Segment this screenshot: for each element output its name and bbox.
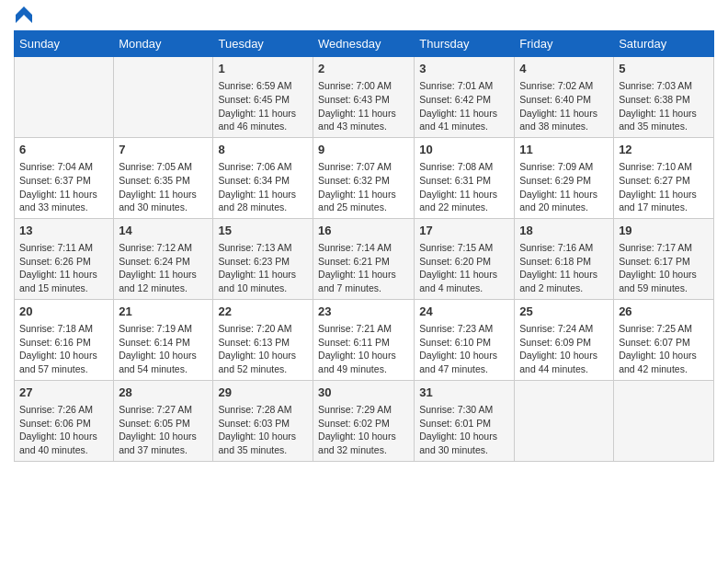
day-info: Sunrise: 7:07 AMSunset: 6:32 PMDaylight:… xyxy=(318,160,409,214)
day-number: 21 xyxy=(119,304,208,320)
week-row-5: 27Sunrise: 7:26 AMSunset: 6:06 PMDayligh… xyxy=(15,380,714,461)
day-number: 23 xyxy=(318,304,409,320)
day-number: 31 xyxy=(419,385,509,401)
calendar-cell: 29Sunrise: 7:28 AMSunset: 6:03 PMDayligh… xyxy=(213,380,313,461)
calendar-cell xyxy=(515,380,614,461)
day-info: Sunrise: 7:08 AMSunset: 6:31 PMDaylight:… xyxy=(419,160,509,214)
calendar-cell: 17Sunrise: 7:15 AMSunset: 6:20 PMDayligh… xyxy=(415,218,515,299)
weekday-header-row: SundayMondayTuesdayWednesdayThursdayFrid… xyxy=(15,31,714,57)
day-number: 24 xyxy=(419,304,509,320)
calendar-cell: 22Sunrise: 7:20 AMSunset: 6:13 PMDayligh… xyxy=(213,299,313,380)
day-number: 7 xyxy=(119,142,208,158)
day-number: 15 xyxy=(218,223,308,239)
day-number: 14 xyxy=(119,223,208,239)
day-info: Sunrise: 7:30 AMSunset: 6:01 PMDaylight:… xyxy=(419,403,509,457)
calendar-cell: 13Sunrise: 7:11 AMSunset: 6:26 PMDayligh… xyxy=(15,218,114,299)
calendar-cell: 9Sunrise: 7:07 AMSunset: 6:32 PMDaylight… xyxy=(313,137,415,218)
header xyxy=(14,9,714,23)
calendar-cell: 12Sunrise: 7:10 AMSunset: 6:27 PMDayligh… xyxy=(614,137,714,218)
week-row-4: 20Sunrise: 7:18 AMSunset: 6:16 PMDayligh… xyxy=(15,299,714,380)
day-info: Sunrise: 7:23 AMSunset: 6:10 PMDaylight:… xyxy=(419,322,509,376)
calendar-cell: 23Sunrise: 7:21 AMSunset: 6:11 PMDayligh… xyxy=(313,299,415,380)
day-number: 1 xyxy=(218,61,308,77)
day-number: 6 xyxy=(19,142,108,158)
day-info: Sunrise: 7:03 AMSunset: 6:38 PMDaylight:… xyxy=(619,79,709,133)
day-number: 8 xyxy=(218,142,308,158)
week-row-2: 6Sunrise: 7:04 AMSunset: 6:37 PMDaylight… xyxy=(15,137,714,218)
day-info: Sunrise: 7:16 AMSunset: 6:18 PMDaylight:… xyxy=(519,241,609,295)
day-info: Sunrise: 7:21 AMSunset: 6:11 PMDaylight:… xyxy=(318,322,409,376)
day-number: 19 xyxy=(619,223,709,239)
day-info: Sunrise: 7:05 AMSunset: 6:35 PMDaylight:… xyxy=(119,160,208,214)
day-number: 27 xyxy=(19,385,108,401)
calendar-cell: 15Sunrise: 7:13 AMSunset: 6:23 PMDayligh… xyxy=(213,218,313,299)
day-number: 9 xyxy=(318,142,409,158)
calendar-cell: 21Sunrise: 7:19 AMSunset: 6:14 PMDayligh… xyxy=(114,299,213,380)
page-container: SundayMondayTuesdayWednesdayThursdayFrid… xyxy=(0,0,728,476)
day-info: Sunrise: 7:17 AMSunset: 6:17 PMDaylight:… xyxy=(619,241,709,295)
day-info: Sunrise: 7:20 AMSunset: 6:13 PMDaylight:… xyxy=(218,322,308,376)
weekday-header-tuesday: Tuesday xyxy=(213,31,313,57)
day-number: 28 xyxy=(119,385,208,401)
day-number: 2 xyxy=(318,61,409,77)
svg-marker-0 xyxy=(16,6,32,23)
day-info: Sunrise: 7:02 AMSunset: 6:40 PMDaylight:… xyxy=(519,79,609,133)
calendar-cell: 5Sunrise: 7:03 AMSunset: 6:38 PMDaylight… xyxy=(614,57,714,138)
calendar-cell: 2Sunrise: 7:00 AMSunset: 6:43 PMDaylight… xyxy=(313,57,415,138)
calendar-cell: 26Sunrise: 7:25 AMSunset: 6:07 PMDayligh… xyxy=(614,299,714,380)
day-info: Sunrise: 7:14 AMSunset: 6:21 PMDaylight:… xyxy=(318,241,409,295)
day-info: Sunrise: 7:24 AMSunset: 6:09 PMDaylight:… xyxy=(519,322,609,376)
day-number: 16 xyxy=(318,223,409,239)
day-info: Sunrise: 7:13 AMSunset: 6:23 PMDaylight:… xyxy=(218,241,308,295)
day-number: 11 xyxy=(519,142,609,158)
day-info: Sunrise: 7:19 AMSunset: 6:14 PMDaylight:… xyxy=(119,322,208,376)
calendar-cell: 25Sunrise: 7:24 AMSunset: 6:09 PMDayligh… xyxy=(515,299,614,380)
day-number: 3 xyxy=(419,61,509,77)
calendar-cell: 10Sunrise: 7:08 AMSunset: 6:31 PMDayligh… xyxy=(415,137,515,218)
calendar-cell: 24Sunrise: 7:23 AMSunset: 6:10 PMDayligh… xyxy=(415,299,515,380)
day-info: Sunrise: 7:06 AMSunset: 6:34 PMDaylight:… xyxy=(218,160,308,214)
day-info: Sunrise: 7:27 AMSunset: 6:05 PMDaylight:… xyxy=(119,403,208,457)
day-number: 22 xyxy=(218,304,308,320)
day-info: Sunrise: 7:09 AMSunset: 6:29 PMDaylight:… xyxy=(519,160,609,214)
day-info: Sunrise: 7:29 AMSunset: 6:02 PMDaylight:… xyxy=(318,403,409,457)
day-info: Sunrise: 7:28 AMSunset: 6:03 PMDaylight:… xyxy=(218,403,308,457)
day-info: Sunrise: 7:15 AMSunset: 6:20 PMDaylight:… xyxy=(419,241,509,295)
day-number: 13 xyxy=(19,223,108,239)
calendar-cell: 1Sunrise: 6:59 AMSunset: 6:45 PMDaylight… xyxy=(213,57,313,138)
day-info: Sunrise: 7:26 AMSunset: 6:06 PMDaylight:… xyxy=(19,403,108,457)
calendar-cell xyxy=(114,57,213,138)
day-number: 12 xyxy=(619,142,709,158)
calendar-cell: 20Sunrise: 7:18 AMSunset: 6:16 PMDayligh… xyxy=(15,299,114,380)
calendar-cell: 30Sunrise: 7:29 AMSunset: 6:02 PMDayligh… xyxy=(313,380,415,461)
weekday-header-friday: Friday xyxy=(515,31,614,57)
day-number: 26 xyxy=(619,304,709,320)
day-info: Sunrise: 7:11 AMSunset: 6:26 PMDaylight:… xyxy=(19,241,108,295)
day-number: 10 xyxy=(419,142,509,158)
calendar-cell: 11Sunrise: 7:09 AMSunset: 6:29 PMDayligh… xyxy=(515,137,614,218)
day-number: 5 xyxy=(619,61,709,77)
day-number: 18 xyxy=(519,223,609,239)
week-row-3: 13Sunrise: 7:11 AMSunset: 6:26 PMDayligh… xyxy=(15,218,714,299)
calendar-cell: 8Sunrise: 7:06 AMSunset: 6:34 PMDaylight… xyxy=(213,137,313,218)
weekday-header-saturday: Saturday xyxy=(614,31,714,57)
calendar-cell: 6Sunrise: 7:04 AMSunset: 6:37 PMDaylight… xyxy=(15,137,114,218)
day-info: Sunrise: 7:00 AMSunset: 6:43 PMDaylight:… xyxy=(318,79,409,133)
calendar-cell: 7Sunrise: 7:05 AMSunset: 6:35 PMDaylight… xyxy=(114,137,213,218)
calendar-table: SundayMondayTuesdayWednesdayThursdayFrid… xyxy=(14,30,714,462)
day-info: Sunrise: 6:59 AMSunset: 6:45 PMDaylight:… xyxy=(218,79,308,133)
calendar-cell xyxy=(614,380,714,461)
day-number: 25 xyxy=(519,304,609,320)
logo-icon xyxy=(16,6,32,23)
week-row-1: 1Sunrise: 6:59 AMSunset: 6:45 PMDaylight… xyxy=(15,57,714,138)
day-info: Sunrise: 7:18 AMSunset: 6:16 PMDaylight:… xyxy=(19,322,108,376)
day-info: Sunrise: 7:10 AMSunset: 6:27 PMDaylight:… xyxy=(619,160,709,214)
day-info: Sunrise: 7:01 AMSunset: 6:42 PMDaylight:… xyxy=(419,79,509,133)
day-info: Sunrise: 7:04 AMSunset: 6:37 PMDaylight:… xyxy=(19,160,108,214)
day-number: 4 xyxy=(519,61,609,77)
weekday-header-sunday: Sunday xyxy=(15,31,114,57)
weekday-header-thursday: Thursday xyxy=(415,31,515,57)
calendar-cell xyxy=(15,57,114,138)
day-number: 29 xyxy=(218,385,308,401)
calendar-cell: 3Sunrise: 7:01 AMSunset: 6:42 PMDaylight… xyxy=(415,57,515,138)
